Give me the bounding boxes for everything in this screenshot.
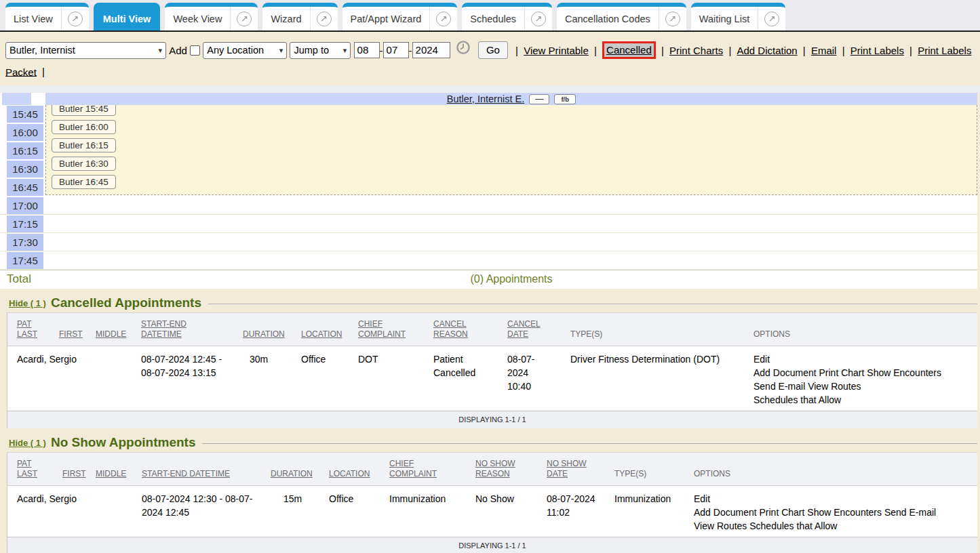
tab-cancellation-codes[interactable]: Cancellation Codes ↗ [557,3,686,30]
print-charts-link[interactable]: Print Charts [669,45,723,56]
open-new-window-icon[interactable]: ↗ [237,12,252,26]
col-types: TYPE(S) [570,329,602,340]
open-new-window-icon[interactable]: ↗ [531,12,546,26]
schedule-toolbar: Butler, Internist▾ Add Any Location▾ Jum… [0,32,980,85]
slot-button[interactable]: Butler 16:00 [52,120,116,134]
link-separator: | [842,45,845,56]
open-new-window-icon[interactable]: ↗ [68,12,83,26]
appointment-types: Driver Fitness Determination (DOT) [570,354,720,365]
time-label: 16:30 [7,161,43,178]
col-duration[interactable]: DURATION [243,329,285,339]
option-actions-line[interactable]: Edit [753,352,973,366]
col-chief-complaint[interactable]: CHIEF COMPLAINT [358,319,406,339]
open-new-window-icon[interactable]: ↗ [317,12,332,26]
option-actions-line[interactable]: View Routes Schedules that Allow [694,519,973,533]
col-first[interactable]: FIRST [62,469,86,478]
col-no-show-reason[interactable]: NO SHOW REASON [475,459,515,478]
col-duration[interactable]: DURATION [271,469,313,478]
col-middle[interactable]: MIDDLE [96,469,126,478]
schedule-row [0,233,977,251]
provider-link[interactable]: Butler, Internist E. [447,94,524,104]
cancelled-appointments-section: Hide ( 1 ) Cancelled Appointments PAT LA… [0,295,980,428]
time-label: 16:45 [7,179,43,196]
open-new-window-icon[interactable]: ↗ [665,12,680,26]
link-separator: | [803,45,806,56]
col-first[interactable]: FIRST [59,329,83,339]
col-pat-last[interactable]: PAT LAST [17,319,37,339]
print-labels-link[interactable]: Print Labels [850,45,904,56]
location-select[interactable]: Any Location▾ [203,42,287,59]
col-middle[interactable]: MIDDLE [96,329,126,339]
col-no-show-date[interactable]: NO SHOW DATE [547,459,587,478]
col-chief-complaint[interactable]: CHIEF COMPLAINT [389,459,437,478]
col-start-end[interactable]: START-END DATETIME [141,319,187,339]
cancelled-link[interactable]: Cancelled [606,44,652,56]
section-title: No Show Appointments [51,435,196,450]
location: Office [301,354,326,365]
col-cancel-reason[interactable]: CANCEL REASON [433,319,468,339]
col-location[interactable]: LOCATION [301,329,342,339]
tab-waiting-list[interactable]: Waiting List ↗ [691,3,785,30]
col-cancel-date[interactable]: CANCEL DATE [507,319,541,339]
link-separator: | [594,45,597,56]
option-actions-line[interactable]: Send E-mail View Routes [753,380,973,393]
add-dictation-link[interactable]: Add Dictation [737,45,797,56]
time-label: 17:45 [7,252,43,269]
option-actions-line[interactable]: Add Document Print Chart Show Encounters [753,366,973,380]
grid-corner-cell [2,93,31,105]
year-input[interactable]: 2024 [412,42,450,58]
tab-multi-view[interactable]: Multi View [94,3,161,30]
tab-label: Week View [165,7,231,30]
cancelled-appointment-row: Acardi, Sergio 08-07-2024 12:45 - 08-07-… [7,346,977,411]
jump-to-select-value: Jump to [294,41,329,60]
option-actions-line[interactable]: Schedules that Allow [753,393,973,407]
slot-button[interactable]: Butler 16:15 [52,138,116,152]
no-show-appointment-row: Acardi, Sergio 08-07-2024 12:30 - 08-07-… [7,486,977,537]
cancel-reason: Patient Cancelled [433,352,482,380]
total-appointments-count: (0) Appointments [45,273,977,285]
add-checkbox[interactable] [190,45,200,56]
view-printable-link[interactable]: View Printable [524,45,589,56]
option-actions-line[interactable]: Edit [694,492,973,506]
tab-list-view[interactable]: List View ↗ [5,3,89,30]
time-label: 17:15 [7,216,43,232]
paging-status: DISPLAYING 1-1 / 1 [7,411,977,428]
tab-label: Cancellation Codes [557,7,659,30]
schedule-row [0,215,977,233]
col-location[interactable]: LOCATION [329,469,370,478]
add-label: Add [169,45,187,56]
jump-to-select[interactable]: Jump to▾ [290,42,351,59]
tab-schedules[interactable]: Schedules ↗ [462,3,552,30]
tab-label: Multi View [94,7,161,30]
link-separator: | [515,45,518,56]
month-input[interactable]: 08 [354,42,380,58]
provider-select[interactable]: Butler, Internist▾ [5,42,166,59]
start-end-datetime: 08-07-2024 12:45 - 08-07-2024 13:15 [141,352,228,380]
time-label: 17:30 [7,234,43,251]
col-pat-last[interactable]: PAT LAST [17,459,37,478]
tab-week-view[interactable]: Week View ↗ [165,3,258,30]
clock-icon[interactable] [456,40,471,61]
slot-button[interactable]: Butler 16:30 [52,157,116,171]
slot-button[interactable]: Butler 16:45 [52,175,116,189]
email-link[interactable]: Email [811,45,837,56]
collapse-column-button[interactable]: — [529,94,549,104]
cancelled-link-highlight-box: Cancelled [602,41,656,59]
go-button[interactable]: Go [478,41,508,59]
start-end-datetime: 08-07-2024 12:30 - 08-07-2024 12:45 [142,492,254,519]
tab-label: Waiting List [691,7,758,30]
open-new-window-icon[interactable]: ↗ [436,12,451,26]
day-input[interactable]: 07 [383,42,409,58]
open-new-window-icon[interactable]: ↗ [764,12,779,26]
tab-wizard[interactable]: Wizard ↗ [262,3,337,30]
hide-cancelled-link[interactable]: Hide ( 1 ) [9,298,46,308]
col-start-end[interactable]: START-END DATETIME [142,469,230,478]
fb-button[interactable]: f/b [554,94,576,104]
schedule-grid: Butler, Internist E. — f/b Butler 15:45 … [0,93,977,289]
slot-button[interactable]: Butler 15:45 [52,105,116,116]
option-actions-line[interactable]: Add Document Print Chart Show Encounters… [694,506,973,519]
hide-no-show-link[interactable]: Hide ( 1 ) [9,438,46,448]
tab-pat-appt-wizard[interactable]: Pat/Appt Wizard ↗ [342,3,458,30]
total-row: Total (0) Appointments [0,270,977,289]
chief-complaint: DOT [358,354,378,365]
